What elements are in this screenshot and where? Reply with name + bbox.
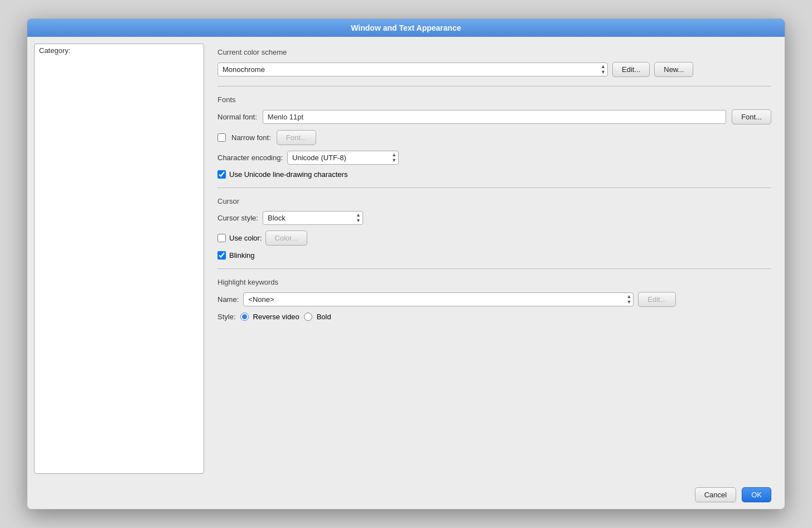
highlight-section-label: Highlight keywords	[218, 278, 771, 286]
divider-2	[218, 188, 771, 188]
cursor-style-label: Cursor style:	[218, 214, 258, 222]
narrow-font-row: Narrow font: Font...	[218, 130, 771, 145]
blinking-checkbox[interactable]	[218, 251, 226, 260]
font-button-normal[interactable]: Font...	[732, 109, 771, 124]
color-scheme-row: Monochrome ▲ ▼ Edit... New...	[218, 62, 771, 77]
char-encoding-row: Character encoding: Unicode (UTF-8) ▲ ▼	[218, 151, 771, 165]
sidebar: Category:	[34, 44, 204, 474]
main-content: Current color scheme Monochrome ▲ ▼ Edit…	[204, 37, 785, 481]
color-scheme-select[interactable]: Monochrome	[218, 63, 608, 76]
font-button-narrow[interactable]: Font...	[277, 130, 316, 145]
cursor-style-row: Cursor style: Block ▲ ▼	[218, 211, 771, 225]
style-row: Style: Reverse video Bold	[218, 313, 771, 321]
char-encoding-select[interactable]: Unicode (UTF-8)	[287, 151, 399, 165]
style-label: Style:	[218, 313, 236, 321]
new-color-scheme-button[interactable]: New...	[654, 62, 693, 77]
blinking-label: Blinking	[229, 251, 255, 260]
color-button[interactable]: Color...	[265, 231, 307, 246]
bold-radio[interactable]	[304, 313, 312, 321]
char-encoding-label: Character encoding:	[218, 153, 283, 162]
cursor-style-select[interactable]: Block	[263, 211, 363, 225]
normal-font-row: Normal font: Menlo 11pt Font...	[218, 109, 771, 124]
dialog-footer: Cancel OK	[27, 481, 785, 509]
unicode-line-drawing-row: Use Unicode line-drawing characters	[218, 170, 771, 179]
use-color-row: Use color: Color...	[218, 231, 771, 246]
color-scheme-section-label: Current color scheme	[218, 48, 771, 56]
char-encoding-select-wrapper: Unicode (UTF-8) ▲ ▼	[287, 151, 399, 165]
cancel-button[interactable]: Cancel	[695, 487, 736, 502]
highlight-name-select-wrapper: <None> ▲ ▼	[243, 292, 634, 306]
cursor-style-select-wrapper: Block ▲ ▼	[263, 211, 363, 225]
divider-1	[218, 86, 771, 87]
narrow-font-checkbox[interactable]	[218, 133, 226, 142]
unicode-line-drawing-checkbox[interactable]	[218, 170, 226, 179]
highlight-edit-button[interactable]: Edit...	[638, 292, 675, 307]
use-color-label: Use color:	[229, 234, 262, 242]
divider-3	[218, 268, 771, 269]
highlight-name-select[interactable]: <None>	[243, 292, 634, 306]
narrow-font-label: Narrow font:	[231, 133, 271, 142]
ok-button[interactable]: OK	[742, 487, 771, 502]
dialog-header: Window and Text Appearance	[27, 19, 785, 37]
normal-font-value: Menlo 11pt	[263, 110, 726, 124]
dialog-body: Category: Current color scheme Monochrom…	[27, 37, 785, 481]
edit-color-scheme-button[interactable]: Edit...	[612, 62, 650, 77]
unicode-line-drawing-label: Use Unicode line-drawing characters	[229, 170, 347, 179]
color-scheme-select-wrapper: Monochrome ▲ ▼	[218, 63, 608, 76]
sidebar-header: Category:	[35, 44, 204, 56]
use-color-checkbox[interactable]	[218, 234, 226, 242]
reverse-video-radio[interactable]	[240, 313, 249, 321]
blinking-row: Blinking	[218, 251, 771, 260]
fonts-section-label: Fonts	[218, 95, 771, 104]
dialog: Window and Text Appearance Category: Cur…	[27, 18, 785, 510]
bold-label: Bold	[317, 313, 331, 321]
cursor-section-label: Cursor	[218, 197, 771, 205]
normal-font-label: Normal font:	[218, 113, 257, 121]
reverse-video-label: Reverse video	[253, 313, 299, 321]
highlight-name-label: Name:	[218, 295, 239, 304]
dialog-title: Window and Text Appearance	[351, 23, 461, 32]
highlight-name-row: Name: <None> ▲ ▼ Edit...	[218, 292, 771, 307]
